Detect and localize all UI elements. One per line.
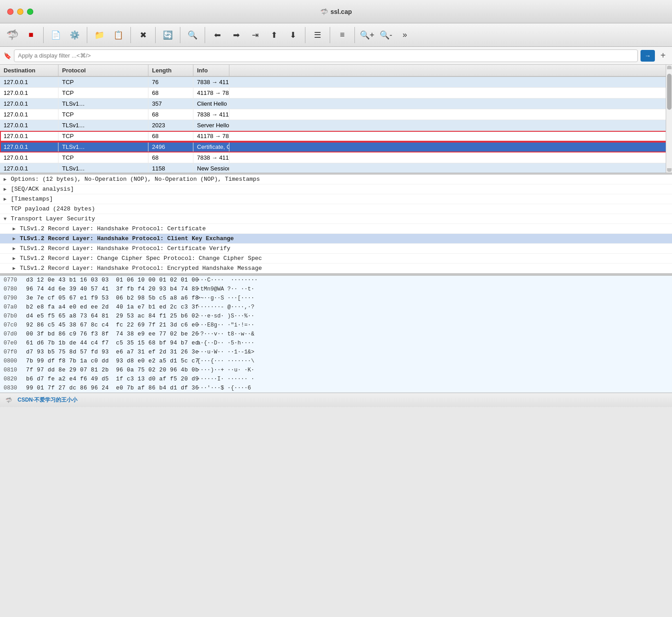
hex-ascii: ···E8g·· ·"i·!=··: [197, 322, 668, 328]
open-file-button[interactable]: 📄: [47, 27, 64, 44]
scrollbar-thumb[interactable]: [667, 74, 672, 110]
hex-offset: 0790: [4, 295, 26, 301]
cell-info: Client Hello: [193, 98, 229, 109]
detail-row[interactable]: ▶ TLSv1.2 Record Layer: Change Cipher Sp…: [0, 254, 672, 264]
packet-row[interactable]: 127.0.0.1 TLSv1… 2496 Certificate, Clien…: [0, 142, 672, 152]
header-info: Info: [193, 65, 229, 76]
detail-row[interactable]: ▼ Transport Layer Security: [0, 214, 672, 224]
cell-dest: 127.0.0.1: [0, 131, 58, 141]
header-protocol: Protocol: [58, 65, 148, 76]
packet-row[interactable]: 127.0.0.1 TLSv1… 2023 Server Hello, Cert…: [0, 120, 672, 131]
filter-apply-button[interactable]: →: [641, 50, 655, 62]
close-file-button[interactable]: ✖: [134, 27, 152, 44]
settings-button[interactable]: ⚙️: [66, 27, 83, 44]
header-destination: Destination: [0, 65, 58, 76]
minimize-button[interactable]: [17, 9, 23, 15]
colorize-button[interactable]: ≡: [334, 27, 351, 44]
zoom-in-button[interactable]: 🔍+: [358, 27, 376, 44]
hex-offset: 0800: [4, 358, 26, 364]
folder-button[interactable]: 📁: [91, 27, 108, 44]
packet-row[interactable]: 127.0.0.1 TCP 68 41178 → 7838 [ACK] Seq=…: [0, 131, 672, 142]
expand-icon: ▶: [4, 176, 9, 182]
close-button[interactable]: [7, 9, 13, 15]
detail-text: TLSv1.2 Record Layer: Handshake Protocol…: [20, 245, 230, 252]
hex-offset: 0810: [4, 367, 26, 373]
detail-text: TLSv1.2 Record Layer: Handshake Protocol…: [20, 225, 206, 232]
toolbar-separator-2: [87, 27, 87, 43]
hex-bytes: 99 01 7f 27 dc 86 96 24 e0 7b af 86 b4 d…: [26, 385, 197, 391]
detail-text: TLSv1.2 Record Layer: Handshake Protocol…: [20, 235, 234, 242]
hex-row: 0780 96 74 4d 6e 39 40 57 41 3f fb f4 20…: [0, 285, 672, 294]
detail-text: TLSv1.2 Record Layer: Change Cipher Spec…: [20, 255, 262, 262]
cell-len: 68: [148, 109, 193, 120]
detail-row[interactable]: ▶ TLSv1.2 Record Layer: Handshake Protoc…: [0, 244, 672, 254]
hex-bytes: 00 3f bd 86 c9 76 f3 8f 74 38 e9 ee 77 0…: [26, 331, 197, 337]
go-to-button[interactable]: ⇥: [246, 27, 264, 44]
cell-len: 357: [148, 98, 193, 109]
cell-proto: TCP: [58, 109, 148, 120]
filter-bookmark-icon: 🔖: [4, 52, 11, 59]
refresh-button[interactable]: 🔄: [159, 27, 176, 44]
forward-button[interactable]: ➡: [228, 27, 245, 44]
header-length: Length: [148, 65, 193, 76]
cell-len: 68: [148, 88, 193, 98]
hex-ascii: ······I· ······ ·: [197, 376, 668, 382]
cell-len: 68: [148, 152, 193, 163]
detail-text: [Timestamps]: [11, 196, 53, 202]
expand-icon: ▶: [13, 226, 18, 232]
packet-row[interactable]: 127.0.0.1 TCP 76 7838 → 41178 [SYN, ACK]…: [0, 77, 672, 88]
stop-capture-button[interactable]: ■: [22, 27, 40, 44]
up-button[interactable]: ⬆: [265, 27, 282, 44]
shark-title-icon: 🦈: [320, 8, 328, 15]
hex-row: 07e0 61 d6 7b 1b de 44 c4 f7 c5 35 15 68…: [0, 339, 672, 348]
hex-offset: 0820: [4, 376, 26, 382]
detail-row[interactable]: ▶ [SEQ/ACK analysis]: [0, 184, 672, 194]
packet-row[interactable]: 127.0.0.1 TCP 68 41178 → 7838 [ACK] Seq=…: [0, 88, 672, 98]
filter-bar: 🔖 → +: [0, 47, 672, 65]
toolbar-separator-3: [130, 27, 131, 43]
hex-offset: 07c0: [4, 322, 26, 328]
detail-text: TCP payload (2428 bytes): [11, 206, 95, 212]
scrollbar-up-arrow[interactable]: [667, 66, 672, 69]
packet-row[interactable]: 127.0.0.1 TCP 68 7838 → 41178 [ACK] Seq=…: [0, 152, 672, 163]
zoom-out-button[interactable]: 🔍-: [377, 27, 394, 44]
cell-proto: TCP: [58, 88, 148, 98]
window-controls[interactable]: [7, 9, 33, 15]
hex-bytes: b2 e8 fa a4 e0 ed ee 2d 40 1a e7 b1 ed 2…: [26, 304, 197, 310]
cell-info: Certificate, Client Key Exchange, Certif…: [193, 142, 229, 152]
packet-list-scrollbar[interactable]: [666, 65, 672, 173]
document-button[interactable]: 📋: [110, 27, 127, 44]
search-button[interactable]: 🔍: [184, 27, 201, 44]
filter-input[interactable]: [14, 49, 638, 62]
detail-row[interactable]: ▶ TCP payload (2428 bytes): [0, 204, 672, 214]
down-button[interactable]: ⬇: [284, 27, 301, 44]
toolbar-separator-7: [305, 27, 305, 43]
hex-ascii: ····)··+ ··u· ·K·: [197, 367, 668, 373]
hex-offset: 07a0: [4, 304, 26, 310]
packet-row[interactable]: 127.0.0.1 TCP 68 7838 → 41178 [ACK] Seq=…: [0, 109, 672, 120]
hex-offset: 07d0: [4, 331, 26, 337]
column-button[interactable]: ☰: [309, 27, 326, 44]
filter-add-button[interactable]: +: [658, 50, 668, 61]
hex-row: 0800 7b 99 df f8 7b 1a c0 dd 93 d8 e0 e2…: [0, 357, 672, 366]
titlebar: 🦈 ssl.cap: [0, 0, 672, 23]
scrollbar-down-arrow[interactable]: [667, 168, 672, 172]
packet-row[interactable]: 127.0.0.1 TLSv1… 357 Client Hello: [0, 98, 672, 109]
hex-row: 0790 3e 7e cf 05 67 e1 f9 53 06 b2 98 5b…: [0, 294, 672, 303]
wireshark-icon-button[interactable]: 🦈: [4, 27, 21, 44]
detail-row-highlighted[interactable]: ▶ TLSv1.2 Record Layer: Handshake Protoc…: [0, 234, 672, 244]
hex-bytes: 3e 7e cf 05 67 e1 f9 53 06 b2 98 5b c5 a…: [26, 295, 197, 301]
detail-row[interactable]: ▶ [Timestamps]: [0, 194, 672, 204]
back-button[interactable]: ⬅: [209, 27, 226, 44]
hex-row: 0820 b6 d7 fe a2 e4 f6 49 d5 1f c3 13 d0…: [0, 375, 672, 384]
detail-row[interactable]: ▶ Options: (12 bytes), No-Operation (NOP…: [0, 174, 672, 184]
packet-list: Destination Protocol Length Info 127.0.0…: [0, 65, 672, 173]
more-button[interactable]: »: [396, 27, 413, 44]
detail-row[interactable]: ▶ TLSv1.2 Record Layer: Handshake Protoc…: [0, 224, 672, 234]
cell-len: 2496: [148, 142, 193, 152]
maximize-button[interactable]: [27, 9, 33, 15]
detail-row[interactable]: ▶ TLSv1.2 Record Layer: Handshake Protoc…: [0, 264, 672, 273]
packet-row[interactable]: 127.0.0.1 TLSv1… 1158 New Session Ticket…: [0, 163, 672, 173]
hex-ascii: {···{··· ·······\: [197, 358, 668, 364]
hex-offset: 0830: [4, 385, 26, 391]
